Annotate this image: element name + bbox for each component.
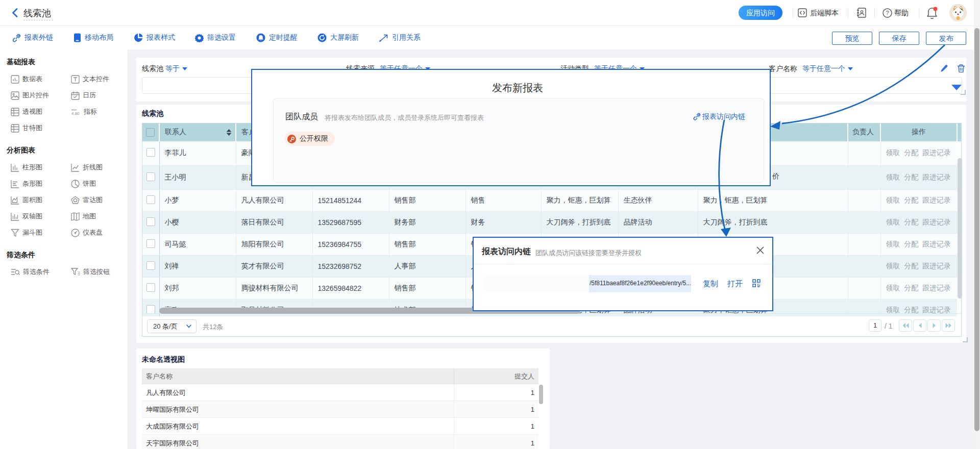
svg-text:4,80: 4,80 (71, 111, 80, 116)
svg-text:?: ? (886, 10, 889, 16)
